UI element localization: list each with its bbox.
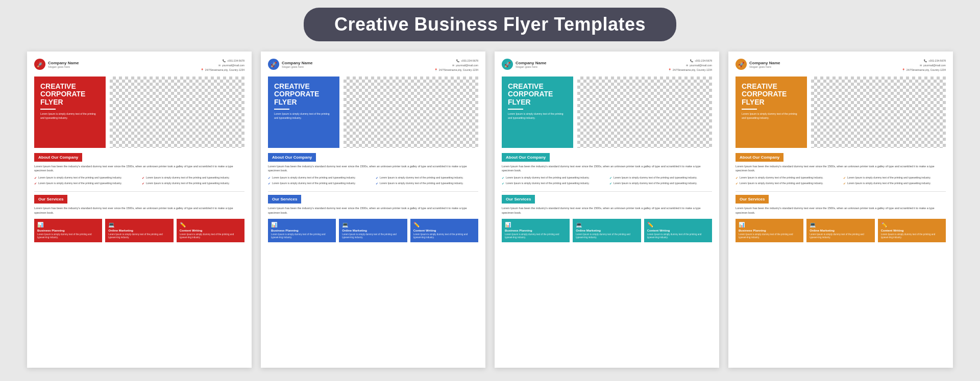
services-title: Our Services	[268, 195, 301, 204]
services-title: Our Services	[736, 195, 769, 204]
service-title-1: Online Marketing	[108, 229, 170, 232]
service-title-0: Business Planning	[271, 229, 333, 232]
service-title-2: Content Writing	[180, 229, 241, 232]
photo-placeholder	[811, 77, 946, 148]
service-desc-0: Lorem Ipsum is simply dummy text of the …	[271, 233, 333, 240]
services-section: Our Services Lorem Ipsum has been the in…	[736, 195, 946, 242]
checklist-item-4: ✔ Lorem Ipsum is simply dummy text of th…	[843, 182, 946, 186]
email: yourmail@mail.com	[222, 63, 244, 68]
flyer-upper: CREATIVECORPORATEFLYER Lorem Ipsum is si…	[34, 77, 244, 148]
service-desc-2: Lorem Ipsum is simply dummy text of the …	[413, 233, 475, 240]
services-section: Our Services Lorem Ipsum has been the in…	[268, 195, 478, 242]
phone: +001-234-5678	[928, 59, 946, 63]
headline: CREATIVECORPORATEFLYER	[508, 83, 567, 106]
company-slogan: Slogan goes here	[749, 65, 780, 68]
check-icon-2: ✔	[502, 182, 504, 186]
address: 24/7Streetname,city, Country-1234	[205, 68, 244, 72]
service-card-2: ✏️ Content Writing Lorem Ipsum is simply…	[177, 219, 244, 243]
service-desc-2: Lorem Ipsum is simply dummy text of the …	[881, 233, 943, 240]
flyer-red: 🚀 Company Name Slogan goes here 📞+001-23…	[27, 52, 252, 368]
checklist-text-2: Lorem Ipsum is simply dummy text of the …	[272, 182, 356, 185]
headline-underline	[40, 109, 56, 110]
checklist-item-1: ✔ Lorem Ipsum is simply dummy text of th…	[268, 176, 371, 180]
divider	[502, 191, 712, 192]
checklist-text-4: Lorem Ipsum is simply dummy text of the …	[146, 182, 230, 185]
headline-underline	[274, 109, 289, 110]
check-icon-2: ✔	[34, 182, 37, 186]
services-section: Our Services Lorem Ipsum has been the in…	[34, 195, 244, 242]
check-icon-1: ✔	[34, 176, 37, 180]
divider	[736, 191, 946, 192]
service-icon-0: 📊	[505, 222, 567, 227]
about-title: About Our Company	[736, 153, 783, 162]
service-icon-0: 📊	[739, 222, 800, 227]
checklist-text-1: Lorem Ipsum is simply dummy text of the …	[506, 176, 590, 180]
title-banner: Creative Business Flyer Templates	[304, 8, 676, 41]
creative-block: CREATIVECORPORATEFLYER Lorem Ipsum is si…	[34, 77, 106, 148]
service-title-2: Content Writing	[647, 229, 709, 232]
phone: +001-234-5678	[227, 59, 244, 63]
hero-body-text: Lorem Ipsum is simply dummy text of the …	[508, 112, 567, 120]
checklist-col-2: ✔ Lorem Ipsum is simply dummy text of th…	[843, 176, 946, 188]
checklist-text-2: Lorem Ipsum is simply dummy text of the …	[38, 182, 122, 185]
service-title-0: Business Planning	[505, 229, 567, 232]
check-icon-2: ✔	[736, 182, 738, 186]
checklist-col-1: ✔ Lorem Ipsum is simply dummy text of th…	[502, 176, 604, 188]
company-logo: 🚀 Company Name Slogan goes here	[34, 59, 79, 70]
address-row: 📍24/7Streetname,city, Country-1234	[434, 68, 478, 72]
checklist-text-4: Lorem Ipsum is simply dummy text of the …	[847, 182, 931, 185]
creative-block: CREATIVECORPORATEFLYER Lorem Ipsum is si…	[268, 77, 339, 148]
checklist-text-1: Lorem Ipsum is simply dummy text of the …	[272, 176, 356, 180]
service-card-2: ✏️ Content Writing Lorem Ipsum is simply…	[878, 219, 946, 243]
service-desc-1: Lorem Ipsum is simply dummy text of the …	[342, 233, 404, 240]
flyers-row: 🚀 Company Name Slogan goes here 📞+001-23…	[10, 52, 970, 368]
service-card-1: 💻 Online Marketing Lorem Ipsum is simply…	[105, 219, 173, 243]
company-info: Company Name Slogan goes here	[48, 61, 79, 68]
service-card-0: 📊 Business Planning Lorem Ipsum is simpl…	[502, 219, 570, 243]
checklist-text-3: Lorem Ipsum is simply dummy text of the …	[847, 176, 931, 180]
flyer-upper: CREATIVECORPORATEFLYER Lorem Ipsum is si…	[268, 77, 478, 148]
email-row: ✉yourmail@mail.com	[434, 63, 478, 68]
email: yourmail@mail.com	[923, 63, 946, 68]
services-text: Lorem Ipsum has been the industry's stan…	[268, 206, 478, 215]
service-icon-1: 💻	[810, 222, 871, 227]
service-title-0: Business Planning	[37, 229, 99, 232]
about-section: About Our Company Lorem Ipsum has been t…	[268, 153, 478, 187]
service-card-2: ✏️ Content Writing Lorem Ipsum is simply…	[410, 219, 478, 243]
check-icon-4: ✔	[142, 182, 144, 186]
creative-block: CREATIVECORPORATEFLYER Lorem Ipsum is si…	[502, 77, 573, 148]
company-name: Company Name	[282, 61, 312, 65]
email: yourmail@mail.com	[690, 63, 712, 68]
checklist-text-4: Lorem Ipsum is simply dummy text of the …	[614, 182, 697, 185]
check-icon-3: ✔	[376, 176, 378, 180]
flyer-upper: CREATIVECORPORATEFLYER Lorem Ipsum is si…	[502, 77, 712, 148]
phone: +001-234-5678	[695, 59, 712, 63]
checklist: ✔ Lorem Ipsum is simply dummy text of th…	[34, 176, 244, 188]
check-icon-2: ✔	[268, 182, 271, 186]
services-cards: 📊 Business Planning Lorem Ipsum is simpl…	[34, 219, 244, 243]
checklist-text-3: Lorem Ipsum is simply dummy text of the …	[380, 176, 463, 180]
checklist-item-2: ✔ Lorem Ipsum is simply dummy text of th…	[502, 182, 604, 186]
service-card-0: 📊 Business Planning Lorem Ipsum is simpl…	[268, 219, 336, 243]
company-name: Company Name	[516, 61, 546, 65]
checklist-item-4: ✔ Lorem Ipsum is simply dummy text of th…	[142, 182, 244, 186]
company-name: Company Name	[749, 61, 780, 65]
checklist-item-1: ✔ Lorem Ipsum is simply dummy text of th…	[502, 176, 604, 180]
company-logo: 🚀 Company Name Slogan goes here	[268, 59, 312, 70]
service-icon-1: 💻	[108, 222, 170, 227]
divider	[34, 191, 244, 192]
phone-row: 📞+001-234-5678	[201, 59, 244, 63]
address: 24/7Streetname,city, Country-1234	[439, 68, 478, 72]
logo-icon: 🚀	[736, 59, 747, 70]
flyer-upper: CREATIVECORPORATEFLYER Lorem Ipsum is si…	[736, 77, 946, 148]
service-title-1: Online Marketing	[576, 229, 638, 232]
phone-row: 📞+001-234-5678	[668, 59, 712, 63]
check-icon-4: ✔	[609, 182, 612, 186]
services-text: Lorem Ipsum has been the industry's stan…	[502, 206, 712, 215]
flyer-header: 🚀 Company Name Slogan goes here 📞+001-23…	[34, 59, 244, 72]
company-logo: 🚀 Company Name Slogan goes here	[502, 59, 546, 70]
service-card-1: 💻 Online Marketing Lorem Ipsum is simply…	[339, 219, 407, 243]
contact-info: 📞+001-234-5678 ✉yourmail@mail.com 📍24/7S…	[668, 59, 712, 72]
service-desc-0: Lorem Ipsum is simply dummy text of the …	[37, 233, 99, 240]
company-info: Company Name Slogan goes here	[749, 61, 780, 68]
